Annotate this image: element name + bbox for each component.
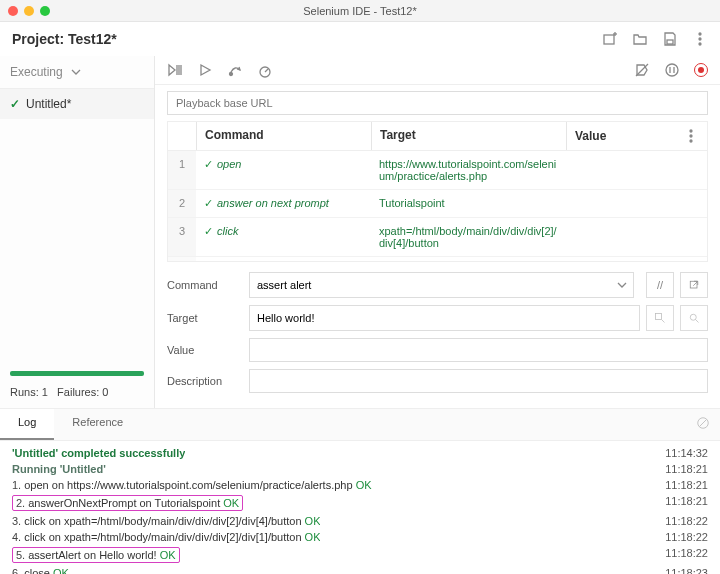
- svg-point-20: [690, 130, 692, 132]
- log-row: 4. click on xpath=/html/body/main/div/di…: [10, 529, 710, 545]
- row-target: https://www.tutorialspoint.com/selenium/…: [371, 151, 566, 189]
- sidebar-test-item[interactable]: ✓ Untitled*: [0, 89, 154, 119]
- executing-label: Executing: [10, 65, 63, 79]
- row-number: 3: [168, 218, 196, 256]
- step-over-icon[interactable]: [227, 62, 243, 78]
- svg-point-4: [699, 33, 701, 35]
- svg-line-14: [265, 69, 268, 72]
- command-label: Command: [167, 279, 249, 291]
- svg-point-6: [699, 43, 701, 45]
- log-row: 1. open on https://www.tutorialspoint.co…: [10, 477, 710, 493]
- svg-marker-7: [169, 65, 175, 75]
- save-project-icon[interactable]: [662, 31, 678, 47]
- tab-log[interactable]: Log: [0, 409, 54, 440]
- tab-reference[interactable]: Reference: [54, 409, 141, 440]
- row-target: Tutorialspoint: [371, 190, 566, 217]
- svg-line-30: [700, 420, 707, 427]
- select-target-button[interactable]: [646, 305, 674, 331]
- log-row: Running 'Untitled'11:18:21: [10, 461, 710, 477]
- svg-line-26: [662, 320, 665, 323]
- pause-on-exceptions-icon[interactable]: [664, 62, 680, 78]
- command-editor: Command // Target Value: [167, 272, 708, 400]
- svg-point-5: [699, 38, 701, 40]
- failures-label: Failures:: [57, 386, 99, 398]
- run-all-icon[interactable]: [167, 62, 183, 78]
- target-label: Target: [167, 312, 249, 324]
- row-value: [566, 190, 707, 217]
- svg-point-27: [690, 314, 696, 320]
- find-target-button[interactable]: [680, 305, 708, 331]
- project-label: Project:: [12, 31, 64, 47]
- project-title: Project: Test12*: [12, 31, 117, 47]
- target-input[interactable]: [249, 305, 640, 331]
- table-row[interactable]: 4✓clickxpath=/html/body/main/div/div/div…: [168, 257, 707, 261]
- failures-count: 0: [102, 386, 108, 398]
- command-input[interactable]: [249, 272, 634, 298]
- toggle-comment-button[interactable]: //: [646, 272, 674, 298]
- more-menu-icon[interactable]: [692, 31, 708, 47]
- svg-rect-3: [667, 40, 673, 44]
- svg-point-21: [690, 135, 692, 137]
- value-input[interactable]: [249, 338, 708, 362]
- record-icon[interactable]: [694, 63, 708, 77]
- grid-header: Command Target Value: [168, 122, 707, 151]
- log-row: 6. close OK11:18:23: [10, 565, 710, 574]
- content-area: Command Target Value 1✓openhttps://www.t…: [155, 56, 720, 408]
- svg-rect-23: [690, 281, 697, 288]
- svg-marker-11: [201, 65, 210, 75]
- speed-icon[interactable]: [257, 62, 273, 78]
- row-command: ✓open: [196, 151, 371, 189]
- svg-line-16: [636, 64, 648, 76]
- chevron-down-icon: [68, 64, 84, 80]
- row-command: ✓click: [196, 218, 371, 256]
- svg-rect-25: [656, 314, 662, 320]
- base-url-input[interactable]: [167, 91, 708, 115]
- log-row: 2. answerOnNextPrompt on Tutorialspoint …: [10, 493, 710, 513]
- open-new-window-button[interactable]: [680, 272, 708, 298]
- log-row: 3. click on xpath=/html/body/main/div/di…: [10, 513, 710, 529]
- header-target: Target: [371, 122, 566, 150]
- header-value: Value: [575, 129, 606, 143]
- new-project-icon[interactable]: [602, 31, 618, 47]
- dropdown-icon[interactable]: [614, 277, 630, 293]
- svg-point-12: [230, 73, 233, 76]
- log-row: 5. assertAlert on Hello world! OK11:18:2…: [10, 545, 710, 565]
- row-number: 4: [168, 257, 196, 261]
- project-bar: Project: Test12*: [0, 22, 720, 56]
- playback-toolbar: [155, 56, 720, 85]
- row-target: xpath=/html/body/main/div/div/div[2]/div…: [371, 218, 566, 256]
- value-label: Value: [167, 344, 249, 356]
- table-row[interactable]: 1✓openhttps://www.tutorialspoint.com/sel…: [168, 151, 707, 190]
- description-input[interactable]: [249, 369, 708, 393]
- description-label: Description: [167, 375, 249, 387]
- row-value: [566, 257, 707, 261]
- svg-point-17: [666, 64, 678, 76]
- window-titlebar: Selenium IDE - Test12*: [0, 0, 720, 22]
- window-title: Selenium IDE - Test12*: [0, 5, 720, 17]
- svg-rect-0: [604, 35, 614, 44]
- row-command: ✓answer on next prompt: [196, 190, 371, 217]
- disable-breakpoints-icon[interactable]: [634, 62, 650, 78]
- bottom-tabs: Log Reference: [0, 408, 720, 441]
- run-summary: Runs: 1 Failures: 0: [0, 382, 154, 408]
- runs-label: Runs:: [10, 386, 39, 398]
- log-panel: 'Untitled' completed successfully11:14:3…: [0, 441, 720, 574]
- clear-log-icon[interactable]: [686, 409, 720, 440]
- check-icon: ✓: [10, 97, 20, 111]
- executing-dropdown[interactable]: Executing: [0, 56, 154, 89]
- row-value: [566, 218, 707, 256]
- table-row[interactable]: 2✓answer on next promptTutorialspoint: [168, 190, 707, 218]
- progress-bar: [10, 371, 144, 376]
- open-project-icon[interactable]: [632, 31, 648, 47]
- svg-point-22: [690, 140, 692, 142]
- row-command: ✓click: [196, 257, 371, 261]
- row-number: 1: [168, 151, 196, 189]
- row-target: xpath=/html/body/main/div/div/div[2]/div…: [371, 257, 566, 261]
- runs-count: 1: [42, 386, 48, 398]
- svg-line-28: [696, 320, 699, 323]
- play-icon[interactable]: [197, 62, 213, 78]
- test-name: Untitled*: [26, 97, 71, 111]
- log-row: 'Untitled' completed successfully11:14:3…: [10, 445, 710, 461]
- table-row[interactable]: 3✓clickxpath=/html/body/main/div/div/div…: [168, 218, 707, 257]
- row-menu-icon[interactable]: [683, 128, 699, 144]
